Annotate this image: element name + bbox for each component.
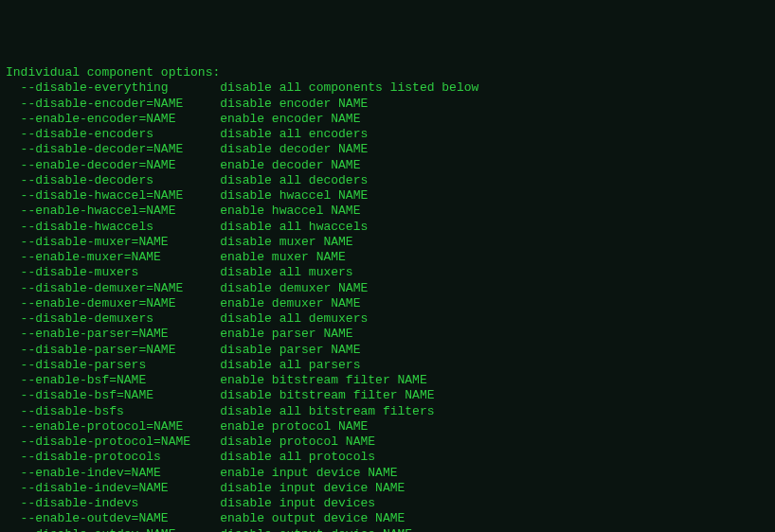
option-row: --disable-parser=NAME disable parser NAM…	[6, 343, 769, 358]
option-description: enable decoder NAME	[220, 158, 360, 172]
option-row: --enable-bsf=NAME enable bitstream filte…	[6, 373, 769, 388]
option-flag: --disable-bsf=NAME	[6, 388, 220, 403]
option-description: disable hwaccel NAME	[220, 188, 368, 203]
option-row: --disable-everything disable all compone…	[6, 80, 769, 96]
option-flag: --enable-muxer=NAME	[6, 250, 220, 265]
option-row: --enable-encoder=NAME enable encoder NAM…	[6, 112, 769, 127]
option-row: --disable-demuxer=NAME disable demuxer N…	[6, 281, 769, 296]
option-row: --disable-indevs disable input devices	[6, 496, 769, 511]
option-flag: --enable-parser=NAME	[6, 327, 220, 342]
option-description: enable encoder NAME	[220, 112, 360, 126]
option-description: disable output device NAME	[220, 527, 412, 533]
option-row: --disable-bsf=NAME disable bitstream fil…	[6, 388, 769, 403]
option-flag: --disable-decoders	[6, 173, 220, 188]
option-row: --disable-hwaccels disable all hwaccels	[6, 220, 769, 235]
option-flag: --enable-demuxer=NAME	[6, 296, 220, 311]
option-description: disable decoder NAME	[220, 142, 368, 156]
option-flag: --disable-muxer=NAME	[6, 235, 220, 250]
option-description: disable parser NAME	[220, 343, 360, 357]
option-flag: --enable-outdev=NAME	[6, 511, 220, 526]
option-row: --disable-muxers disable all muxers	[6, 265, 769, 280]
option-row: --disable-muxer=NAME disable muxer NAME	[6, 235, 769, 250]
option-row: --enable-muxer=NAME enable muxer NAME	[6, 250, 769, 265]
option-flag: --disable-parsers	[6, 358, 220, 373]
option-flag: --disable-parser=NAME	[6, 343, 220, 358]
option-description: disable all bitstream filters	[220, 404, 434, 418]
option-flag: --enable-hwaccel=NAME	[6, 204, 220, 219]
option-flag: --disable-everything	[6, 80, 220, 96]
option-description: enable parser NAME	[220, 327, 352, 341]
option-row: --disable-hwaccel=NAME disable hwaccel N…	[6, 188, 769, 204]
option-flag: --enable-decoder=NAME	[6, 158, 220, 173]
option-flag: --disable-hwaccel=NAME	[6, 188, 220, 204]
option-row: --enable-demuxer=NAME enable demuxer NAM…	[6, 296, 769, 311]
option-flag: --disable-decoder=NAME	[6, 142, 220, 157]
option-flag: --disable-bsfs	[6, 404, 220, 419]
option-flag: --disable-muxers	[6, 265, 220, 280]
option-flag: --enable-protocol=NAME	[6, 419, 220, 434]
option-row: --enable-decoder=NAME enable decoder NAM…	[6, 158, 769, 173]
option-description: disable all parsers	[220, 358, 360, 372]
option-description: disable all protocols	[220, 450, 375, 464]
option-row: --disable-protocols disable all protocol…	[6, 450, 769, 465]
option-row: --disable-bsfs disable all bitstream fil…	[6, 404, 769, 419]
option-description: enable bitstream filter NAME	[220, 373, 426, 387]
terminal-output: Individual component options: --disable-…	[6, 65, 769, 532]
option-flag: --disable-hwaccels	[6, 220, 220, 235]
option-description: disable encoder NAME	[220, 97, 368, 111]
option-flag: --disable-indevs	[6, 496, 220, 511]
option-description: disable muxer NAME	[220, 235, 352, 249]
option-description: disable all components listed below	[220, 80, 478, 95]
option-row: --disable-parsers disable all parsers	[6, 358, 769, 373]
option-flag: --disable-outdev=NAME	[6, 527, 220, 533]
option-description: disable all encoders	[220, 127, 368, 141]
option-row: --disable-encoder=NAME disable encoder N…	[6, 97, 769, 112]
option-description: disable all demuxers	[220, 311, 368, 326]
option-row: --enable-outdev=NAME enable output devic…	[6, 511, 769, 526]
option-flag: --disable-encoders	[6, 127, 220, 142]
option-flag: --disable-indev=NAME	[6, 481, 220, 496]
option-description: enable demuxer NAME	[220, 296, 360, 310]
option-row: --disable-encoders disable all encoders	[6, 127, 769, 142]
section-header: Individual component options:	[6, 65, 769, 80]
option-description: disable demuxer NAME	[220, 281, 368, 295]
option-flag: --disable-demuxer=NAME	[6, 281, 220, 296]
option-row: --disable-decoders disable all decoders	[6, 173, 769, 188]
option-row: --enable-hwaccel=NAME enable hwaccel NAM…	[6, 204, 769, 219]
option-description: disable input devices	[220, 496, 375, 510]
option-description: disable all muxers	[220, 265, 352, 279]
option-row: --disable-indev=NAME disable input devic…	[6, 481, 769, 496]
option-row: --enable-indev=NAME enable input device …	[6, 466, 769, 481]
option-description: disable bitstream filter NAME	[220, 388, 434, 402]
option-flag: --enable-indev=NAME	[6, 466, 220, 481]
option-row: --disable-demuxers disable all demuxers	[6, 311, 769, 327]
option-row: --disable-outdev=NAME disable output dev…	[6, 527, 769, 533]
option-row: --enable-parser=NAME enable parser NAME	[6, 327, 769, 342]
option-description: disable input device NAME	[220, 481, 405, 495]
option-description: disable all decoders	[220, 173, 368, 187]
option-description: disable all hwaccels	[220, 220, 368, 234]
option-row: --disable-decoder=NAME disable decoder N…	[6, 142, 769, 157]
option-description: enable hwaccel NAME	[220, 204, 360, 218]
option-description: enable muxer NAME	[220, 250, 346, 264]
option-flag: --disable-protocols	[6, 450, 220, 465]
option-row: --enable-protocol=NAME enable protocol N…	[6, 419, 769, 434]
option-description: disable protocol NAME	[220, 434, 375, 449]
option-description: enable protocol NAME	[220, 419, 368, 434]
option-flag: --enable-encoder=NAME	[6, 112, 220, 127]
option-description: enable input device NAME	[220, 466, 397, 480]
option-row: --disable-protocol=NAME disable protocol…	[6, 434, 769, 450]
option-flag: --disable-demuxers	[6, 311, 220, 327]
option-flag: --disable-encoder=NAME	[6, 97, 220, 112]
option-description: enable output device NAME	[220, 511, 405, 525]
option-flag: --disable-protocol=NAME	[6, 434, 220, 450]
option-flag: --enable-bsf=NAME	[6, 373, 220, 388]
